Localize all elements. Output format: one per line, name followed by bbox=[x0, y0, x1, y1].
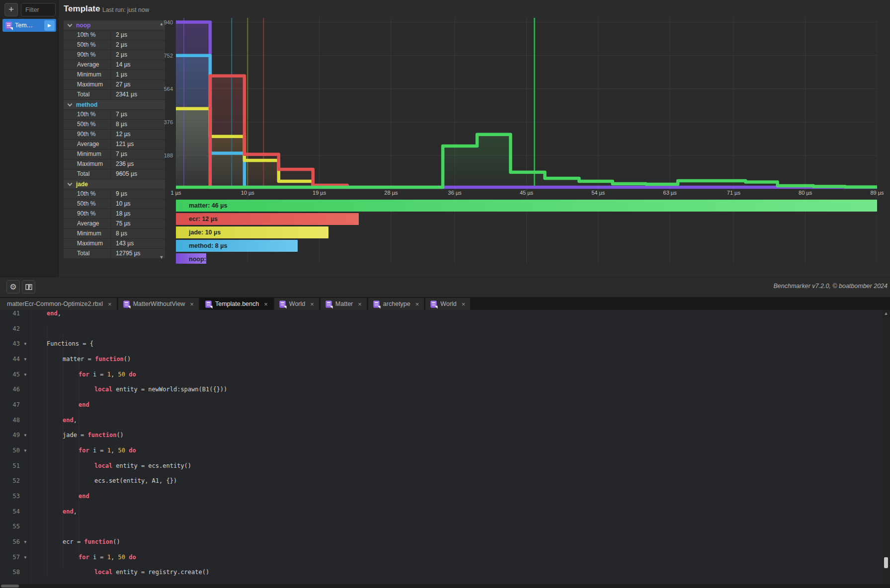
code-line-47[interactable]: 47end bbox=[0, 401, 882, 409]
stats-row-value: 121 µs bbox=[110, 140, 165, 149]
code-text: local entity = newWorld:spawn(B1({})) bbox=[94, 386, 227, 393]
fold-arrow-icon[interactable]: ▼ bbox=[22, 340, 29, 348]
chart-legend: matter: 46 µsecr: 12 µsjade: 10 µsmethod… bbox=[176, 200, 877, 264]
stats-section-header-method[interactable]: method bbox=[64, 100, 165, 110]
stats-row: 10th %2 µs bbox=[64, 30, 165, 40]
stats-section-name: jade bbox=[76, 181, 88, 188]
fold-arrow-icon[interactable]: ▼ bbox=[22, 538, 29, 546]
fold-arrow-icon[interactable]: ▼ bbox=[22, 356, 29, 363]
code-line-55[interactable]: 55 bbox=[0, 523, 882, 530]
stats-row: Average121 µs bbox=[64, 140, 165, 149]
code-line-50[interactable]: 50▼for i = 1, 50 do bbox=[0, 447, 882, 454]
close-tab-icon[interactable]: × bbox=[108, 300, 112, 308]
stats-row-value: 9605 µs bbox=[110, 169, 165, 179]
code-line-44[interactable]: 44▼matter = function() bbox=[0, 356, 882, 363]
code-line-48[interactable]: 48end, bbox=[0, 417, 882, 424]
docs-book-button[interactable] bbox=[22, 280, 35, 294]
stats-row: Maximum27 µs bbox=[64, 80, 165, 90]
settings-gear-button[interactable]: ⚙ bbox=[6, 280, 20, 294]
code-line-46[interactable]: 46local entity = newWorld:spawn(B1({})) bbox=[0, 386, 882, 393]
stats-row-value: 236 µs bbox=[110, 159, 165, 169]
horizontal-scroll-thumb[interactable] bbox=[1, 585, 19, 588]
chevron-down-icon bbox=[68, 101, 73, 106]
editor-horizontal-scrollbar[interactable] bbox=[0, 584, 890, 588]
benchmarker-plugin-window: + Tem… ▶ Template Last run: just now noo… bbox=[0, 0, 890, 588]
filter-input[interactable] bbox=[21, 3, 56, 16]
stats-row: 10th %7 µs bbox=[64, 110, 165, 120]
close-tab-icon[interactable]: × bbox=[310, 300, 314, 308]
fold-arrow-icon[interactable]: ▼ bbox=[22, 371, 29, 378]
stats-row: Average14 µs bbox=[64, 60, 165, 70]
legend-bar-label: method: 8 µs bbox=[189, 242, 227, 249]
line-number: 53 bbox=[0, 493, 20, 500]
stats-row-label: 50th % bbox=[64, 199, 110, 209]
fold-arrow-icon[interactable]: ▼ bbox=[22, 432, 29, 439]
tab-matterEcr-Common-Optimize2.rbxl[interactable]: matterEcr-Common-Optimize2.rbxl× bbox=[0, 298, 117, 310]
tab-label: Matter bbox=[335, 300, 353, 307]
code-line-52[interactable]: 52ecs.set(entity, A1, {}) bbox=[0, 477, 882, 485]
chevron-down-icon bbox=[68, 22, 73, 27]
tab-Template.bench[interactable]: Template.bench× bbox=[200, 298, 273, 310]
stats-row-value: 2 µs bbox=[110, 50, 165, 60]
scroll-up-icon[interactable]: ▲ bbox=[882, 311, 890, 316]
legend-bar-label: ecr: 12 µs bbox=[189, 216, 218, 222]
add-benchmark-button[interactable]: + bbox=[4, 3, 18, 16]
tab-World[interactable]: World× bbox=[274, 298, 319, 310]
stats-row-value: 7 µs bbox=[110, 110, 165, 119]
stats-row: 90th %12 µs bbox=[64, 130, 165, 140]
line-number: 56 bbox=[0, 538, 20, 546]
x-tick-label: 71 µs bbox=[727, 190, 740, 196]
x-tick-label: 10 µs bbox=[241, 190, 254, 196]
code-text: end bbox=[79, 493, 89, 500]
x-tick-label: 1 µs bbox=[170, 190, 181, 196]
stats-section-header-jade[interactable]: jade bbox=[64, 179, 165, 189]
stats-section-header-noop[interactable]: noop bbox=[64, 20, 165, 30]
code-line-41[interactable]: 41end, bbox=[0, 310, 882, 317]
code-line-54[interactable]: 54end, bbox=[0, 508, 882, 515]
code-line-58[interactable]: 58local entity = registry.create() bbox=[0, 569, 882, 576]
stats-row-value: 14 µs bbox=[110, 60, 165, 70]
code-line-42[interactable]: 42 bbox=[0, 325, 882, 333]
legend-bar-label: noop: 2 µs bbox=[176, 256, 206, 264]
code-line-51[interactable]: 51local entity = ecs.entity() bbox=[0, 462, 882, 470]
x-tick-label: 63 µs bbox=[663, 190, 677, 196]
tab-archetype[interactable]: archetype× bbox=[368, 298, 424, 310]
page-title: Template bbox=[64, 4, 100, 14]
benchmark-list-item-template[interactable]: Tem… ▶ bbox=[2, 19, 56, 32]
stats-row-value: 75 µs bbox=[110, 219, 165, 228]
line-number: 41 bbox=[0, 310, 20, 317]
run-benchmark-button[interactable]: ▶ bbox=[44, 20, 55, 31]
fold-arrow-icon[interactable]: ▼ bbox=[22, 554, 29, 561]
code-text: local entity = registry.create() bbox=[94, 569, 209, 576]
x-tick-label: 36 µs bbox=[448, 190, 462, 196]
tab-Matter[interactable]: Matter× bbox=[321, 298, 367, 310]
close-tab-icon[interactable]: × bbox=[358, 300, 362, 308]
code-line-43[interactable]: 43▼Functions = { bbox=[0, 340, 882, 348]
code-line-56[interactable]: 56▼ecr = function() bbox=[0, 538, 882, 546]
stats-row-label: 10th % bbox=[64, 30, 110, 40]
code-line-49[interactable]: 49▼jade = function() bbox=[0, 432, 882, 439]
vertical-scroll-thumb[interactable] bbox=[884, 557, 888, 568]
stats-row-value: 8 µs bbox=[110, 120, 165, 129]
fold-arrow-icon[interactable]: ▼ bbox=[22, 447, 29, 454]
close-tab-icon[interactable]: × bbox=[190, 300, 194, 308]
tab-label: MatterWithoutView bbox=[133, 300, 185, 307]
code-line-53[interactable]: 53end bbox=[0, 493, 882, 500]
close-tab-icon[interactable]: × bbox=[462, 300, 466, 308]
tab-MatterWithoutView[interactable]: MatterWithoutView× bbox=[118, 298, 199, 310]
script-tab-bar: matterEcr-Common-Optimize2.rbxl×MatterWi… bbox=[0, 297, 890, 310]
tab-label: matterEcr-Common-Optimize2.rbxl bbox=[7, 300, 103, 307]
code-line-45[interactable]: 45▼for i = 1, 50 do bbox=[0, 371, 882, 378]
code-line-57[interactable]: 57▼for i = 1, 50 do bbox=[0, 554, 882, 561]
stats-scroll-down-icon[interactable]: ▼ bbox=[158, 255, 165, 260]
stats-row-value: 7 µs bbox=[110, 149, 165, 159]
code-text: end, bbox=[63, 417, 77, 424]
tab-World[interactable]: World× bbox=[425, 298, 470, 310]
code-editor[interactable]: 41end,4243▼Functions = {44▼matter = func… bbox=[0, 310, 882, 584]
script-icon bbox=[325, 300, 331, 307]
close-tab-icon[interactable]: × bbox=[415, 300, 419, 308]
close-tab-icon[interactable]: × bbox=[264, 300, 268, 308]
legend-bar-matter: matter: 46 µs bbox=[176, 200, 877, 212]
code-text: end, bbox=[63, 508, 77, 515]
editor-vertical-scrollbar[interactable]: ▲ bbox=[882, 310, 890, 584]
